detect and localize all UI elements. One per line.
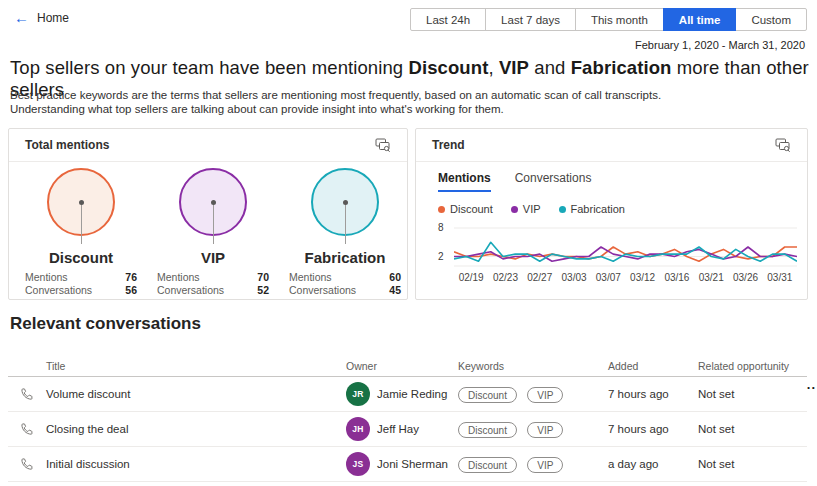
trend-legend: Discount VIP Fabrication: [438, 203, 797, 215]
trend-chart: 82 02/1902/2302/2703/0303/0703/1203/1603…: [438, 224, 797, 283]
keyword-bubbles: Discount Mentions76 Conversations56 VIP …: [9, 162, 407, 299]
legend-label: Discount: [450, 203, 493, 215]
more-indicator: ..: [807, 377, 816, 392]
total-mentions-card: Total mentions Discount Menti: [8, 128, 408, 300]
back-button[interactable]: ← Home: [14, 10, 69, 25]
keywords-cell: Discount VIP: [458, 385, 608, 404]
keyword-pill: Discount: [458, 422, 517, 438]
total-mentions-title: Total mentions: [25, 138, 109, 152]
stat-label: Mentions: [289, 271, 332, 284]
bubble-pin-dot: [79, 200, 84, 205]
x-tick-label: 03/07: [591, 272, 625, 283]
time-filter-group: Last 24h Last 7 days This month All time…: [410, 8, 807, 31]
col-owner: Owner: [346, 360, 458, 372]
table-row[interactable]: Initial discussion JS Joni Sherman Disco…: [8, 447, 807, 482]
table-header: Title Owner Keywords Added Related oppor…: [8, 356, 807, 377]
added-cell: a day ago: [608, 458, 698, 470]
owner-name: Joni Sherman: [377, 458, 448, 470]
insight-cards: Total mentions Discount Menti: [8, 128, 808, 300]
legend-dot: [438, 206, 445, 213]
table-row[interactable]: Volume discount JR Jamie Reding Discount…: [8, 377, 807, 412]
col-added: Added: [608, 360, 698, 372]
related-opportunity-cell: Not set: [698, 388, 807, 400]
bubble-pin-dot: [343, 200, 348, 205]
keyword-pill: VIP: [527, 422, 563, 438]
trend-tab-mentions[interactable]: Mentions: [438, 171, 491, 192]
stat-label: Mentions: [157, 271, 200, 284]
avatar: JR: [346, 382, 370, 406]
date-range-label: February 1, 2020 - March 31, 2020: [635, 39, 805, 51]
keyword-pill: VIP: [527, 457, 563, 473]
filter-custom[interactable]: Custom: [735, 8, 807, 31]
stat-label: Mentions: [25, 271, 68, 284]
bubble-pin: [81, 202, 82, 244]
phone-icon: [8, 457, 46, 471]
owner-name: Jeff Hay: [377, 423, 419, 435]
page-description: Best practice keywords are the terms tha…: [10, 88, 661, 116]
keyword-pill: Discount: [458, 387, 517, 403]
phone-icon: [8, 387, 46, 401]
bubble-pin: [345, 202, 346, 244]
row-title: Closing the deal: [46, 423, 346, 435]
related-opportunity-cell: Not set: [698, 423, 807, 435]
keywords-cell: Discount VIP: [458, 420, 608, 439]
added-cell: 7 hours ago: [608, 388, 698, 400]
col-title: Title: [46, 360, 346, 372]
x-tick-label: 02/27: [523, 272, 557, 283]
back-arrow-icon: ←: [14, 10, 29, 25]
title-keyword: VIP: [499, 57, 529, 78]
legend-item-discount: Discount: [438, 203, 493, 215]
col-keywords: Keywords: [458, 360, 608, 372]
table-row[interactable]: Closing the deal JH Jeff Hay Discount VI…: [8, 412, 807, 447]
trend-title: Trend: [432, 138, 465, 152]
legend-dot: [559, 206, 566, 213]
filter-last-24h[interactable]: Last 24h: [410, 8, 486, 31]
keywords-cell: Discount VIP: [458, 455, 608, 474]
stat-value: 60: [389, 271, 401, 284]
stat-value: 52: [257, 284, 269, 297]
row-title: Initial discussion: [46, 458, 346, 470]
show-data-icon[interactable]: [373, 136, 393, 155]
bubble-vip: VIP Mentions70 Conversations52: [157, 162, 269, 297]
y-tick-label: 2: [438, 251, 444, 262]
owner-name: Jamie Reding: [377, 388, 447, 400]
avatar: JH: [346, 417, 370, 441]
keyword-pill: Discount: [458, 457, 517, 473]
x-tick-label: 03/21: [694, 272, 728, 283]
legend-label: VIP: [523, 203, 541, 215]
x-tick-label: 03/03: [557, 272, 591, 283]
stat-value: 45: [389, 284, 401, 297]
bubble-label: Discount: [25, 249, 137, 266]
y-tick-label: 8: [438, 222, 444, 233]
trend-tab-conversations[interactable]: Conversations: [515, 171, 592, 192]
keyword-pill: VIP: [527, 387, 563, 403]
bubble-pin: [213, 202, 214, 244]
show-data-icon[interactable]: [773, 136, 793, 155]
stat-value: 70: [257, 271, 269, 284]
filter-this-month[interactable]: This month: [575, 8, 664, 31]
related-opportunity-cell: Not set: [698, 458, 807, 470]
trend-x-axis: 02/1902/2302/2703/0303/0703/1203/1603/21…: [454, 272, 797, 283]
legend-dot: [511, 206, 518, 213]
added-cell: 7 hours ago: [608, 423, 698, 435]
bubble-discount: Discount Mentions76 Conversations56: [25, 162, 137, 297]
x-tick-label: 02/23: [488, 272, 522, 283]
phone-icon: [8, 422, 46, 436]
stat-label: Conversations: [25, 284, 92, 297]
bubble-label: Fabrication: [289, 249, 401, 266]
legend-item-fabrication: Fabrication: [559, 203, 625, 215]
conversations-table: Title Owner Keywords Added Related oppor…: [8, 356, 807, 482]
owner-cell: JR Jamie Reding: [346, 382, 458, 406]
x-tick-label: 03/26: [728, 272, 762, 283]
trend-card: Trend Mentions Conversations Discount: [415, 128, 808, 300]
x-tick-label: 03/16: [660, 272, 694, 283]
title-keyword: Discount: [408, 57, 488, 78]
avatar: JS: [346, 452, 370, 476]
filter-all-time[interactable]: All time: [663, 8, 737, 31]
filter-last-7-days[interactable]: Last 7 days: [485, 8, 576, 31]
stat-label: Conversations: [157, 284, 224, 297]
section-title: Relevant conversations: [10, 314, 201, 334]
title-keyword: Fabrication: [571, 57, 672, 78]
legend-label: Fabrication: [571, 203, 625, 215]
back-button-label: Home: [37, 11, 69, 25]
